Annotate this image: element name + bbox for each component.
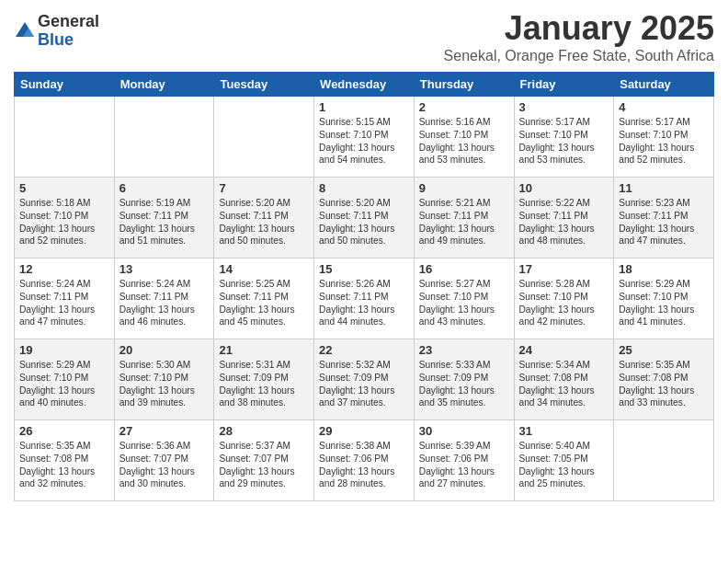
day-info: Sunrise: 5:17 AMSunset: 7:10 PMDaylight:… <box>619 116 709 167</box>
calendar-cell: 15Sunrise: 5:26 AMSunset: 7:11 PMDayligh… <box>314 259 415 339</box>
calendar-cell: 9Sunrise: 5:21 AMSunset: 7:11 PMDaylight… <box>414 178 514 259</box>
calendar-title: January 2025 <box>444 9 714 48</box>
day-info: Sunrise: 5:17 AMSunset: 7:10 PMDaylight:… <box>519 116 609 167</box>
week-row-5: 26Sunrise: 5:35 AMSunset: 7:08 PMDayligh… <box>15 420 714 501</box>
calendar-cell: 29Sunrise: 5:38 AMSunset: 7:06 PMDayligh… <box>314 420 415 501</box>
calendar-cell: 14Sunrise: 5:25 AMSunset: 7:11 PMDayligh… <box>214 259 314 339</box>
day-info: Sunrise: 5:18 AMSunset: 7:10 PMDaylight:… <box>19 197 109 247</box>
week-row-3: 12Sunrise: 5:24 AMSunset: 7:11 PMDayligh… <box>15 259 714 339</box>
day-info: Sunrise: 5:28 AMSunset: 7:10 PMDaylight:… <box>519 278 609 328</box>
title-area: January 2025 Senekal, Orange Free State,… <box>444 9 714 64</box>
day-number: 6 <box>119 181 210 195</box>
calendar-cell: 3Sunrise: 5:17 AMSunset: 7:10 PMDaylight… <box>514 97 614 178</box>
header-wednesday: Wednesday <box>314 73 415 97</box>
header: General Blue January 2025 Senekal, Orang… <box>14 9 714 64</box>
day-number: 11 <box>619 181 709 195</box>
day-info: Sunrise: 5:20 AMSunset: 7:11 PMDaylight:… <box>319 197 409 247</box>
day-info: Sunrise: 5:16 AMSunset: 7:10 PMDaylight:… <box>419 116 509 167</box>
calendar-cell <box>114 97 214 178</box>
day-number: 31 <box>519 424 609 438</box>
day-number: 29 <box>319 424 409 438</box>
calendar-cell: 20Sunrise: 5:30 AMSunset: 7:10 PMDayligh… <box>114 339 214 420</box>
calendar-header-row: SundayMondayTuesdayWednesdayThursdayFrid… <box>15 73 714 97</box>
day-number: 9 <box>419 181 509 195</box>
day-info: Sunrise: 5:33 AMSunset: 7:09 PMDaylight:… <box>419 359 509 409</box>
day-info: Sunrise: 5:39 AMSunset: 7:06 PMDaylight:… <box>419 440 509 490</box>
calendar-cell: 16Sunrise: 5:27 AMSunset: 7:10 PMDayligh… <box>414 259 514 339</box>
calendar-cell: 31Sunrise: 5:40 AMSunset: 7:05 PMDayligh… <box>514 420 614 501</box>
day-info: Sunrise: 5:31 AMSunset: 7:09 PMDaylight:… <box>219 359 309 409</box>
day-info: Sunrise: 5:27 AMSunset: 7:10 PMDaylight:… <box>419 278 509 328</box>
calendar-cell: 4Sunrise: 5:17 AMSunset: 7:10 PMDaylight… <box>614 97 714 178</box>
logo-general: General <box>38 13 99 31</box>
day-info: Sunrise: 5:21 AMSunset: 7:11 PMDaylight:… <box>419 197 509 247</box>
calendar-cell <box>214 97 314 178</box>
calendar-cell: 17Sunrise: 5:28 AMSunset: 7:10 PMDayligh… <box>514 259 614 339</box>
logo: General Blue <box>14 13 99 50</box>
day-number: 7 <box>219 181 309 195</box>
day-info: Sunrise: 5:37 AMSunset: 7:07 PMDaylight:… <box>219 440 309 490</box>
day-number: 14 <box>219 262 309 276</box>
week-row-4: 19Sunrise: 5:29 AMSunset: 7:10 PMDayligh… <box>15 339 714 420</box>
day-number: 25 <box>619 343 709 357</box>
header-friday: Friday <box>514 73 614 97</box>
calendar-cell: 23Sunrise: 5:33 AMSunset: 7:09 PMDayligh… <box>414 339 514 420</box>
header-thursday: Thursday <box>414 73 514 97</box>
calendar-cell: 10Sunrise: 5:22 AMSunset: 7:11 PMDayligh… <box>514 178 614 259</box>
day-info: Sunrise: 5:35 AMSunset: 7:08 PMDaylight:… <box>619 359 709 409</box>
day-number: 20 <box>119 343 210 357</box>
calendar-cell: 25Sunrise: 5:35 AMSunset: 7:08 PMDayligh… <box>614 339 714 420</box>
logo-icon <box>14 20 36 42</box>
calendar-cell: 21Sunrise: 5:31 AMSunset: 7:09 PMDayligh… <box>214 339 314 420</box>
calendar-subtitle: Senekal, Orange Free State, South Africa <box>444 48 714 64</box>
day-info: Sunrise: 5:32 AMSunset: 7:09 PMDaylight:… <box>319 359 409 409</box>
calendar-cell: 11Sunrise: 5:23 AMSunset: 7:11 PMDayligh… <box>614 178 714 259</box>
header-monday: Monday <box>114 73 214 97</box>
logo-text: General Blue <box>38 13 99 50</box>
day-number: 13 <box>119 262 210 276</box>
day-number: 3 <box>519 100 609 114</box>
day-info: Sunrise: 5:35 AMSunset: 7:08 PMDaylight:… <box>19 440 109 490</box>
week-row-1: 1Sunrise: 5:15 AMSunset: 7:10 PMDaylight… <box>15 97 714 178</box>
day-info: Sunrise: 5:22 AMSunset: 7:11 PMDaylight:… <box>519 197 609 247</box>
logo-blue: Blue <box>38 31 99 50</box>
day-number: 15 <box>319 262 409 276</box>
calendar-table: SundayMondayTuesdayWednesdayThursdayFrid… <box>14 72 714 501</box>
day-info: Sunrise: 5:38 AMSunset: 7:06 PMDaylight:… <box>319 440 409 490</box>
day-number: 27 <box>119 424 210 438</box>
day-number: 2 <box>419 100 509 114</box>
day-info: Sunrise: 5:25 AMSunset: 7:11 PMDaylight:… <box>219 278 309 328</box>
calendar-cell: 22Sunrise: 5:32 AMSunset: 7:09 PMDayligh… <box>314 339 415 420</box>
calendar-cell: 7Sunrise: 5:20 AMSunset: 7:11 PMDaylight… <box>214 178 314 259</box>
day-info: Sunrise: 5:24 AMSunset: 7:11 PMDaylight:… <box>119 278 210 328</box>
day-info: Sunrise: 5:15 AMSunset: 7:10 PMDaylight:… <box>319 116 409 167</box>
calendar-cell: 30Sunrise: 5:39 AMSunset: 7:06 PMDayligh… <box>414 420 514 501</box>
day-info: Sunrise: 5:36 AMSunset: 7:07 PMDaylight:… <box>119 440 210 490</box>
day-number: 16 <box>419 262 509 276</box>
calendar-cell: 12Sunrise: 5:24 AMSunset: 7:11 PMDayligh… <box>15 259 115 339</box>
calendar-cell: 2Sunrise: 5:16 AMSunset: 7:10 PMDaylight… <box>414 97 514 178</box>
calendar-cell: 18Sunrise: 5:29 AMSunset: 7:10 PMDayligh… <box>614 259 714 339</box>
week-row-2: 5Sunrise: 5:18 AMSunset: 7:10 PMDaylight… <box>15 178 714 259</box>
day-number: 4 <box>619 100 709 114</box>
day-info: Sunrise: 5:29 AMSunset: 7:10 PMDaylight:… <box>619 278 709 328</box>
day-number: 23 <box>419 343 509 357</box>
day-number: 8 <box>319 181 409 195</box>
day-info: Sunrise: 5:29 AMSunset: 7:10 PMDaylight:… <box>19 359 109 409</box>
day-number: 21 <box>219 343 309 357</box>
day-number: 19 <box>19 343 109 357</box>
calendar-cell: 1Sunrise: 5:15 AMSunset: 7:10 PMDaylight… <box>314 97 415 178</box>
calendar-cell: 6Sunrise: 5:19 AMSunset: 7:11 PMDaylight… <box>114 178 214 259</box>
calendar-cell: 8Sunrise: 5:20 AMSunset: 7:11 PMDaylight… <box>314 178 415 259</box>
day-info: Sunrise: 5:19 AMSunset: 7:11 PMDaylight:… <box>119 197 210 247</box>
header-sunday: Sunday <box>15 73 115 97</box>
day-number: 5 <box>19 181 109 195</box>
calendar-cell: 26Sunrise: 5:35 AMSunset: 7:08 PMDayligh… <box>15 420 115 501</box>
day-info: Sunrise: 5:20 AMSunset: 7:11 PMDaylight:… <box>219 197 309 247</box>
day-number: 17 <box>519 262 609 276</box>
calendar-cell: 27Sunrise: 5:36 AMSunset: 7:07 PMDayligh… <box>114 420 214 501</box>
day-number: 22 <box>319 343 409 357</box>
calendar-cell: 19Sunrise: 5:29 AMSunset: 7:10 PMDayligh… <box>15 339 115 420</box>
calendar-cell: 13Sunrise: 5:24 AMSunset: 7:11 PMDayligh… <box>114 259 214 339</box>
day-number: 24 <box>519 343 609 357</box>
